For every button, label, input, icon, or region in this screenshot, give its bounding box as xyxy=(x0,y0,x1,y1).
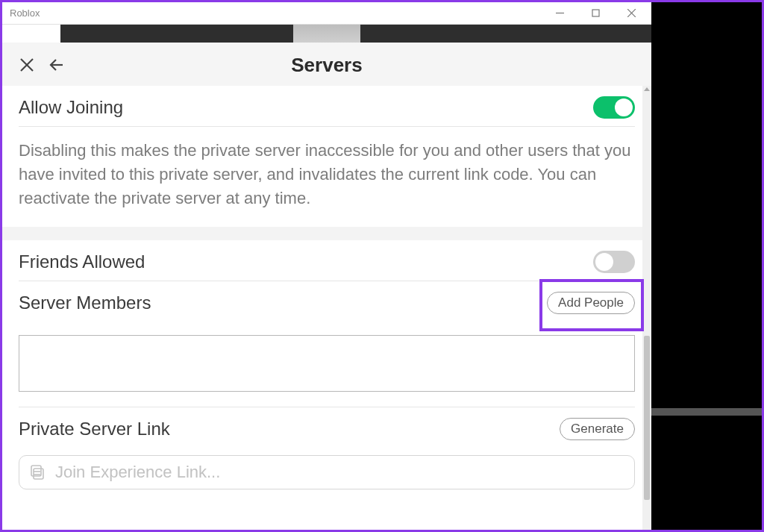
allow-joining-toggle[interactable] xyxy=(593,96,635,119)
join-link-placeholder: Join Experience Link... xyxy=(55,463,220,482)
friends-section: Friends Allowed Server Members Add Peopl… xyxy=(2,240,651,322)
scrollbar-thumb[interactable] xyxy=(644,336,650,500)
allow-joining-section: Allow Joining Disabling this makes the p… xyxy=(2,86,651,227)
maximize-button[interactable] xyxy=(578,3,613,24)
window-controls xyxy=(542,3,648,24)
minimize-button[interactable] xyxy=(542,3,577,24)
app-window: Roblox Servers xyxy=(2,2,651,530)
server-members-label: Server Members xyxy=(19,292,151,313)
banner-redacted-patch xyxy=(293,25,360,43)
friends-allowed-label: Friends Allowed xyxy=(19,251,145,272)
generate-button[interactable]: Generate xyxy=(560,418,635,440)
private-link-section: Private Server Link Generate xyxy=(2,407,651,448)
allow-joining-description: Disabling this makes the private server … xyxy=(19,127,635,227)
page-header: Servers xyxy=(2,43,651,86)
private-server-link-label: Private Server Link xyxy=(19,419,170,439)
allow-joining-label: Allow Joining xyxy=(19,97,123,118)
content-scroll[interactable]: Allow Joining Disabling this makes the p… xyxy=(2,86,651,530)
window-title: Roblox xyxy=(10,7,40,19)
join-link-field[interactable]: Join Experience Link... xyxy=(19,455,635,489)
back-icon[interactable] xyxy=(48,57,65,73)
scrollbar-up-icon xyxy=(644,87,650,91)
svg-rect-1 xyxy=(592,10,599,16)
friends-allowed-toggle[interactable] xyxy=(593,251,635,273)
server-members-list[interactable] xyxy=(19,335,635,392)
titlebar: Roblox xyxy=(2,2,651,25)
page-title: Servers xyxy=(2,54,651,77)
copy-icon xyxy=(28,463,46,481)
content-scrollbar[interactable] xyxy=(642,86,651,530)
section-gap xyxy=(2,227,651,240)
close-window-button[interactable] xyxy=(614,3,648,24)
background-dark-panel xyxy=(646,2,762,530)
add-people-button[interactable]: Add People xyxy=(547,292,635,314)
close-icon[interactable] xyxy=(19,57,35,73)
game-banner-strip xyxy=(2,25,651,43)
svg-rect-7 xyxy=(34,469,43,479)
